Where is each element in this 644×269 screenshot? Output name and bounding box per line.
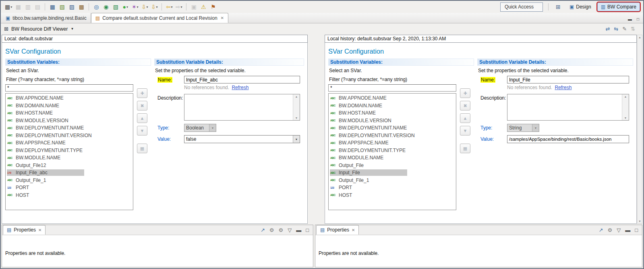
svar-list-item[interactable]: 123 PORT — [329, 184, 456, 192]
deployment-chart-icon[interactable]: ▧ — [111, 2, 120, 11]
svar-list-item[interactable]: ABC BW.DEPLOYMENTUNIT.VERSION — [6, 132, 133, 140]
save-icon[interactable]: ▦ — [14, 2, 23, 11]
scrollbar[interactable]: ▲ ▼ — [293, 94, 300, 120]
show-categories-icon[interactable]: ⚙ — [269, 227, 274, 233]
view-menu-icon[interactable]: ▽ — [617, 227, 621, 233]
back-icon[interactable]: ⇦ ▾ — [165, 2, 174, 11]
design-perspective-button[interactable]: ▣ Design — [566, 2, 595, 11]
pin-editor-icon[interactable]: ▣ — [189, 2, 198, 11]
next-annotation-icon[interactable]: ⚑ — [209, 2, 217, 11]
chevron-down-icon[interactable]: ▾ — [156, 5, 158, 9]
svar-list-item[interactable]: ABC Output_File12 — [6, 162, 133, 169]
svar-list-item[interactable]: ABC HOST — [329, 192, 456, 199]
type-combo[interactable]: Boolean ▼ — [184, 124, 216, 132]
step-return-icon[interactable]: ⇩ ▾ — [140, 2, 149, 11]
maximize-icon[interactable]: □ — [306, 227, 309, 233]
minimize-icon[interactable]: ▬ — [628, 17, 632, 21]
svar-list-item[interactable]: ABC BW.MODULE.VERSION — [6, 117, 133, 125]
minimize-icon[interactable]: ▬ — [625, 227, 630, 233]
close-icon[interactable]: ✕ — [352, 228, 355, 232]
svar-list-item[interactable]: ABC HOST — [6, 192, 133, 199]
svar-list-item[interactable]: 1?0 Input_File_abc — [6, 169, 133, 177]
refresh-link[interactable]: Refresh — [232, 85, 248, 90]
chevron-down-icon[interactable]: ▾ — [126, 5, 128, 9]
description-textarea[interactable]: ▲ ▼ — [184, 94, 300, 121]
chevron-down-icon[interactable]: ▾ — [10, 5, 12, 9]
svar-list-item[interactable]: ABC BW.DEPLOYMENTUNIT.TYPE — [6, 147, 133, 154]
minimize-icon[interactable]: ▬ — [296, 227, 301, 233]
svar-list-item[interactable]: ABC BW.MODULE.VERSION — [329, 117, 456, 125]
move-down-button[interactable]: ▼ — [137, 126, 147, 136]
svar-list-item[interactable]: ABC BW.DEPLOYMENTUNIT.TYPE — [329, 147, 456, 154]
svar-filter-input[interactable] — [5, 84, 133, 92]
show-categories-icon[interactable]: ⚙ — [607, 227, 612, 233]
svar-list-item[interactable]: ABC BW.DOMAIN.NAME — [329, 102, 456, 110]
svar-list-item[interactable]: ABC Output_File_1 — [329, 177, 456, 184]
svar-list-item[interactable]: ABC Output_File — [329, 162, 456, 169]
svar-list-item[interactable]: ABC BW.DEPLOYMENTUNIT.NAME — [329, 124, 456, 132]
add-variable-button[interactable]: ✚ — [460, 88, 470, 98]
svar-list[interactable]: ABC BW.APPNODE.NAME ABC BW.DOMAIN.NAME — [5, 93, 133, 210]
value-input[interactable] — [507, 135, 629, 143]
svar-list-item[interactable]: ABC BW.DOMAIN.NAME — [6, 102, 133, 110]
remove-variable-button[interactable]: ✖ — [460, 101, 470, 111]
svar-list-item[interactable]: ABC Input_File — [329, 169, 456, 177]
chevron-down-icon[interactable]: ▾ — [147, 5, 148, 9]
chevron-down-icon[interactable]: ▾ — [181, 5, 182, 9]
close-icon[interactable]: ✕ — [221, 16, 224, 20]
forward-icon[interactable]: ⇨ ▾ — [174, 2, 183, 11]
name-input[interactable] — [507, 76, 629, 83]
switch-orientation-icon[interactable]: ⇄ — [605, 26, 610, 31]
type-combo[interactable]: String ▼ — [507, 124, 539, 132]
scroll-up-icon[interactable]: ▲ — [638, 36, 641, 39]
svar-list-item[interactable]: ABC BW.DEPLOYMENTUNIT.NAME — [6, 124, 133, 132]
remove-variable-button[interactable]: ✖ — [137, 101, 147, 111]
scroll-up-icon[interactable]: ▲ — [624, 95, 627, 98]
detach-view-icon[interactable]: ↗ — [261, 227, 265, 233]
svar-list-item[interactable]: ABC BW.APPSPACE.NAME — [329, 139, 456, 147]
detach-view-icon[interactable]: ↗ — [599, 227, 603, 233]
copy-changes-icon[interactable]: ⇆ — [614, 26, 618, 31]
print-icon[interactable]: ▤ — [33, 2, 42, 11]
quick-access-button[interactable]: Quick Access — [500, 2, 543, 12]
new-bw-module-icon[interactable]: ▧ — [58, 2, 66, 11]
svar-list-item[interactable]: 123 PORT — [6, 184, 133, 192]
globe-icon[interactable]: ◉ — [101, 2, 110, 11]
chevron-down-icon[interactable]: ▾ — [137, 5, 139, 9]
value-combo[interactable]: false ▼ — [184, 135, 300, 143]
bw-compare-perspective-button[interactable]: ▥ BW Compare — [597, 2, 640, 11]
svar-list-item[interactable]: ABC BW.APPNODE.NAME — [6, 94, 133, 102]
properties-tab[interactable]: ▤ Properties ✕ — [3, 225, 46, 235]
scroll-up-icon[interactable]: ▲ — [295, 95, 298, 98]
scroll-down-icon[interactable]: ▼ — [638, 220, 641, 223]
import-export-icon[interactable]: ▩ — [77, 2, 86, 11]
add-variable-button[interactable]: ✚ — [137, 88, 147, 98]
chevron-down-icon[interactable]: ▾ — [171, 5, 173, 9]
run-icon[interactable]: ● ▾ — [121, 2, 130, 11]
sync-scroll-icon[interactable]: ⇅ — [631, 26, 635, 31]
move-up-button[interactable]: ▲ — [460, 113, 470, 123]
svar-list-item[interactable]: ABC Output_File_1 — [6, 177, 133, 184]
debug-wand-icon[interactable]: ✶ ▾ — [130, 2, 139, 11]
edit-merge-icon[interactable]: ✎ — [622, 26, 627, 31]
copy-variable-button[interactable]: ▦ — [137, 144, 147, 153]
maximize-icon[interactable]: □ — [635, 227, 638, 233]
refresh-link[interactable]: Refresh — [555, 85, 572, 90]
view-menu-icon[interactable]: ▽ — [288, 227, 292, 233]
step-into-icon[interactable]: ⇩ ▾ — [150, 2, 159, 11]
scroll-down-icon[interactable]: ▼ — [295, 117, 298, 119]
maximize-icon[interactable]: □ — [637, 17, 639, 21]
new-bw-application-icon[interactable]: ▦ — [48, 2, 57, 11]
scroll-down-icon[interactable]: ▼ — [624, 117, 627, 119]
name-input[interactable] — [184, 76, 300, 83]
svar-list-item[interactable]: ABC BW.MODULE.NAME — [6, 154, 133, 162]
new-bw-shared-module-icon[interactable]: ▨ — [67, 2, 76, 11]
debug-target-icon[interactable]: ◎ — [92, 2, 101, 11]
editor-scrollbar[interactable]: ▲ ▼ — [637, 35, 642, 224]
move-up-button[interactable]: ▲ — [137, 113, 147, 123]
svar-list-item[interactable]: ABC BW.MODULE.NAME — [329, 154, 456, 162]
tab-basic-project[interactable]: ▣ tibco.bw.sample.binding.rest.Basic — [2, 13, 91, 23]
svar-filter-input[interactable] — [328, 84, 456, 92]
svar-list-item[interactable]: ABC BW.HOST.NAME — [6, 109, 133, 117]
new-wizard-icon[interactable]: ▩ ▾ — [4, 2, 13, 11]
